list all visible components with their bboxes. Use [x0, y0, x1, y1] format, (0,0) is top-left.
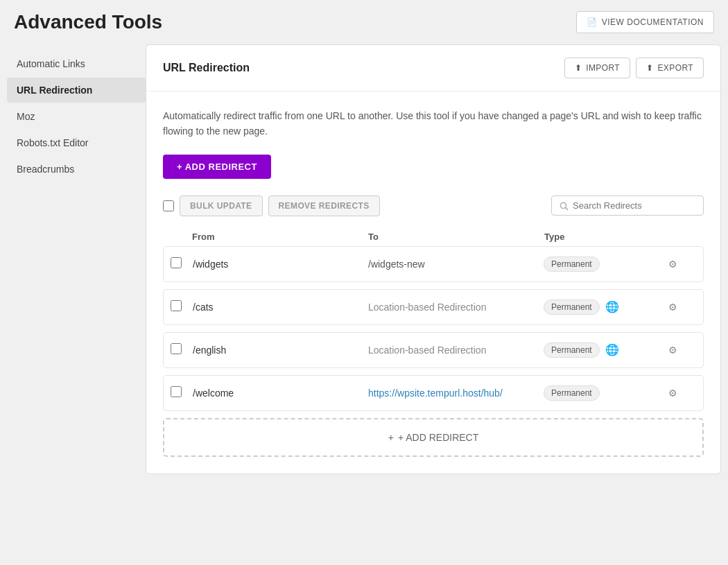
row-gear-cell: ⚙ — [668, 345, 696, 356]
col-to: To — [368, 232, 544, 242]
view-documentation-button[interactable]: 📄 VIEW DOCUMENTATION — [576, 11, 714, 33]
col-actions — [669, 232, 697, 242]
section-description: Automatically redirect traffic from one … — [163, 108, 704, 139]
row-gear-cell: ⚙ — [668, 259, 696, 270]
globe-icon[interactable]: 🌐 — [605, 300, 619, 313]
page-header: Advanced Tools 📄 VIEW DOCUMENTATION — [0, 0, 728, 44]
table-row: /english Location-based Redirection Perm… — [163, 332, 704, 368]
table-section: BULK UPDATE REMOVE REDIRECTS From To Typ… — [146, 195, 720, 473]
col-checkbox — [170, 232, 192, 242]
add-redirect-button-top[interactable]: + ADD REDIRECT — [163, 155, 271, 179]
sidebar-item-moz[interactable]: Moz — [7, 104, 146, 129]
table-toolbar: BULK UPDATE REMOVE REDIRECTS — [163, 195, 704, 216]
type-cell: Permanent — [544, 257, 668, 272]
export-button[interactable]: ⬆ EXPORT — [636, 58, 704, 78]
type-cell: Permanent 🌐 — [544, 299, 668, 315]
content-area: URL Redirection ⬆ IMPORT ⬆ EXPORT Automa… — [146, 44, 721, 474]
type-cell: Permanent 🌐 — [544, 342, 668, 358]
type-badge: Permanent — [544, 342, 600, 358]
row-checkbox-cell — [171, 343, 193, 356]
doc-icon: 📄 — [587, 17, 598, 27]
content-body: Automatically redirect traffic from one … — [146, 92, 720, 195]
remove-redirects-button[interactable]: REMOVE REDIRECTS — [268, 195, 380, 216]
gear-icon[interactable]: ⚙ — [668, 302, 677, 313]
type-cell: Permanent — [544, 385, 668, 401]
section-title: URL Redirection — [163, 62, 250, 74]
gear-icon[interactable]: ⚙ — [668, 259, 677, 270]
bulk-select-checkbox[interactable] — [163, 200, 174, 211]
row-checkbox[interactable] — [171, 257, 182, 268]
col-type: Type — [544, 232, 669, 242]
table-headers: From To Type — [163, 227, 704, 246]
sidebar: Automatic Links URL Redirection Moz Robo… — [7, 44, 146, 474]
from-url: /widgets — [193, 259, 368, 270]
main-layout: Automatic Links URL Redirection Moz Robo… — [0, 44, 728, 488]
from-url: /cats — [193, 302, 368, 313]
row-checkbox-cell — [171, 386, 193, 399]
table-row: /widgets /widgets-new Permanent ⚙ — [163, 246, 704, 282]
add-redirect-button-bottom[interactable]: + + ADD REDIRECT — [163, 418, 704, 457]
toolbar-left: BULK UPDATE REMOVE REDIRECTS — [163, 195, 380, 216]
row-checkbox[interactable] — [171, 386, 182, 397]
svg-line-1 — [566, 207, 568, 209]
upload-icon: ⬆ — [575, 63, 582, 73]
content-header: URL Redirection ⬆ IMPORT ⬆ EXPORT — [146, 45, 720, 92]
type-badge: Permanent — [544, 257, 600, 272]
globe-icon[interactable]: 🌐 — [605, 343, 619, 356]
from-url: /welcome — [193, 388, 368, 399]
gear-icon[interactable]: ⚙ — [668, 345, 677, 356]
import-button[interactable]: ⬆ IMPORT — [564, 58, 630, 78]
col-from: From — [192, 232, 368, 242]
sidebar-item-url-redirection[interactable]: URL Redirection — [7, 78, 146, 103]
search-icon — [559, 201, 569, 211]
sidebar-item-robots-txt-editor[interactable]: Robots.txt Editor — [7, 130, 146, 155]
search-input[interactable] — [573, 200, 696, 211]
to-url: https://wpsite.tempurl.host/hub/ — [368, 388, 544, 399]
from-url: /english — [193, 345, 368, 356]
row-checkbox[interactable] — [171, 343, 182, 354]
plus-icon: + — [388, 432, 394, 443]
to-url: /widgets-new — [368, 259, 544, 270]
row-gear-cell: ⚙ — [668, 302, 696, 313]
sidebar-item-automatic-links[interactable]: Automatic Links — [7, 51, 146, 76]
row-gear-cell: ⚙ — [668, 388, 696, 399]
page-title: Advanced Tools — [14, 11, 162, 33]
row-checkbox[interactable] — [171, 300, 182, 311]
sidebar-item-breadcrumbs[interactable]: Breadcrumbs — [7, 157, 146, 182]
type-badge: Permanent — [544, 385, 600, 401]
download-icon: ⬆ — [646, 63, 653, 73]
gear-icon[interactable]: ⚙ — [668, 388, 677, 399]
to-url: Location-based Redirection — [368, 345, 544, 356]
table-row: /welcome https://wpsite.tempurl.host/hub… — [163, 375, 704, 411]
search-box — [551, 195, 704, 216]
row-checkbox-cell — [171, 300, 193, 313]
to-url: Location-based Redirection — [368, 302, 544, 313]
row-checkbox-cell — [171, 257, 193, 270]
bulk-update-button[interactable]: BULK UPDATE — [180, 195, 263, 216]
type-badge: Permanent — [544, 299, 600, 315]
table-row: /cats Location-based Redirection Permane… — [163, 289, 704, 325]
header-actions: ⬆ IMPORT ⬆ EXPORT — [564, 58, 704, 78]
